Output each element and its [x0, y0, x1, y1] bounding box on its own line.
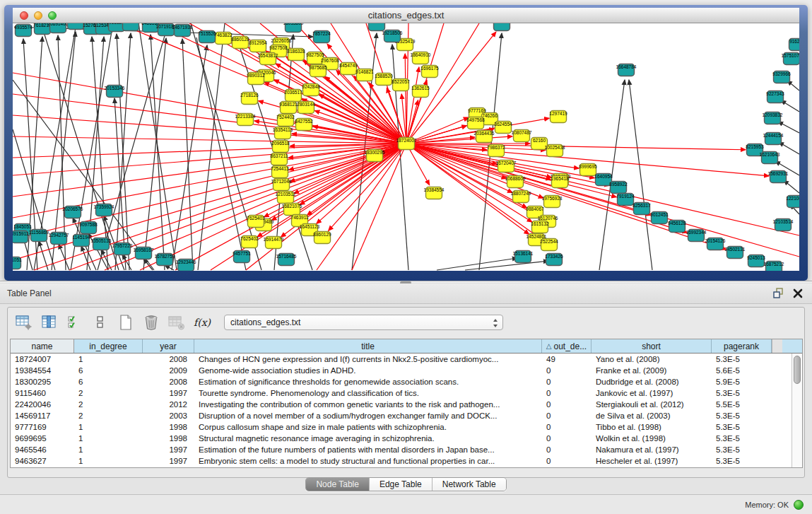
network-node[interactable]: 1221063: [786, 196, 799, 208]
network-node[interactable]: 1362615: [411, 86, 430, 98]
table-scrollbar[interactable]: [792, 354, 802, 467]
network-node[interactable]: 2096518: [271, 141, 290, 153]
network-node[interactable]: 20691406: [48, 23, 69, 33]
network-canvas[interactable]: 1830029597771697462666497568362455420364…: [13, 23, 799, 271]
table-row[interactable]: 946362711997Embryonic stem cells: a mode…: [11, 455, 792, 467]
network-node[interactable]: 1965418: [551, 176, 569, 188]
column-header-title[interactable]: title: [194, 339, 542, 353]
network-node[interactable]: 12093832: [763, 112, 783, 124]
network-node[interactable]: 1527602: [122, 23, 140, 31]
table-selector-dropdown[interactable]: citations_edges.txt: [224, 315, 503, 330]
network-node[interactable]: 12923446: [176, 259, 196, 271]
network-node[interactable]: 16712044: [271, 179, 292, 191]
network-node[interactable]: 2522544: [540, 239, 558, 251]
close-panel-icon[interactable]: [792, 288, 804, 299]
float-panel-icon[interactable]: [772, 288, 784, 299]
network-node[interactable]: 7524402: [276, 115, 295, 127]
table-row[interactable]: 977716911998Corpus callosum shape and si…: [11, 421, 792, 433]
network-node[interactable]: 3915911: [13, 231, 29, 243]
column-settings-icon[interactable]: [40, 313, 59, 332]
network-node[interactable]: 8860129: [313, 232, 331, 244]
function-builder-icon[interactable]: f(x): [193, 313, 211, 332]
network-node[interactable]: 9242848: [302, 84, 320, 96]
network-node[interactable]: 16875212: [764, 262, 784, 271]
table-row[interactable]: 946554611997Estimation of the future num…: [11, 444, 792, 455]
network-node[interactable]: 11156869: [29, 230, 49, 242]
network-node[interactable]: 18807249: [511, 191, 531, 203]
network-node[interactable]: 8912954: [249, 40, 267, 52]
network-node[interactable]: 16958167: [134, 247, 154, 259]
tab-edge-table[interactable]: Edge Table: [370, 478, 433, 491]
network-node[interactable]: 12103512: [276, 192, 296, 204]
tab-network-table[interactable]: Network Table: [433, 478, 506, 491]
table-settings-icon[interactable]: [15, 313, 33, 332]
network-node[interactable]: 1145194: [73, 235, 90, 247]
network-node[interactable]: 8637211: [271, 153, 288, 165]
network-node[interactable]: 10807487: [512, 130, 532, 142]
network-node[interactable]: 15136141: [513, 251, 534, 263]
network-node[interactable]: 9146821: [355, 69, 374, 81]
network-node[interactable]: 8186328: [287, 49, 305, 61]
network-node[interactable]: 10025438: [545, 145, 565, 157]
network-node[interactable]: 7515526: [198, 31, 216, 43]
column-header-in_degree[interactable]: in_degree: [74, 339, 143, 353]
network-node[interactable]: 7625403: [247, 216, 265, 228]
network-node[interactable]: 9329966: [772, 71, 791, 83]
row-height-icon[interactable]: [91, 313, 110, 332]
network-node[interactable]: 9012451: [650, 212, 669, 224]
network-node[interactable]: 8860128: [231, 37, 249, 49]
network-node[interactable]: 8522057: [392, 79, 410, 91]
close-window-icon[interactable]: [20, 11, 28, 20]
zoom-window-icon[interactable]: [48, 11, 57, 20]
network-node[interactable]: 14671938: [172, 25, 193, 37]
network-node[interactable]: 6497568: [466, 117, 485, 129]
network-node[interactable]: 15716485: [276, 254, 297, 266]
network-node[interactable]: 2087682: [493, 23, 511, 31]
column-header-out_degree[interactable]: △out_de...: [542, 339, 592, 353]
network-node[interactable]: 16648784: [616, 64, 637, 76]
network-node[interactable]: 2803144: [297, 102, 315, 114]
network-node[interactable]: 8958922: [609, 182, 628, 194]
network-node[interactable]: 12942757: [49, 233, 69, 245]
network-node[interactable]: 16782759: [155, 254, 175, 266]
network-node[interactable]: 1615132: [531, 221, 549, 233]
network-node[interactable]: 7857224: [312, 31, 331, 43]
network-node[interactable]: 3624554: [494, 122, 512, 134]
network-node[interactable]: 9457751: [233, 251, 251, 263]
network-node[interactable]: 2061051: [13, 257, 22, 269]
table-scrollbar-thumb[interactable]: [794, 356, 801, 384]
network-node[interactable]: 8427552: [295, 119, 313, 131]
network-node[interactable]: 12103514: [773, 219, 794, 231]
network-node[interactable]: 16992344: [686, 230, 707, 242]
network-node[interactable]: 20154126: [705, 238, 726, 250]
table-row[interactable]: 969969511998Structural magnetic resonanc…: [11, 433, 792, 444]
network-node[interactable]: 24502131: [725, 247, 746, 259]
column-header-pagerank[interactable]: pagerank: [712, 339, 772, 353]
network-node[interactable]: 20153346: [105, 86, 125, 98]
table-row[interactable]: 911546021997Tourette syndrome. Phenomeno…: [11, 387, 792, 399]
tab-node-table[interactable]: Node Table: [306, 478, 370, 491]
network-node[interactable]: 8813054: [367, 23, 386, 31]
network-node[interactable]: 9875685: [309, 65, 327, 77]
network-node[interactable]: 16210643: [760, 152, 780, 164]
network-node[interactable]: 7625402: [240, 236, 259, 248]
network-node[interactable]: 1297419: [549, 111, 567, 123]
network-node[interactable]: 9155471: [66, 23, 85, 30]
memory-status-icon[interactable]: [794, 500, 804, 510]
network-node[interactable]: 9097588: [79, 222, 98, 234]
network-node[interactable]: 9245013: [747, 255, 765, 267]
column-header-year[interactable]: year: [143, 339, 194, 353]
network-node[interactable]: 2718126: [240, 93, 259, 105]
network-node[interactable]: 12213384: [235, 114, 256, 126]
network-node[interactable]: 12444154: [763, 133, 784, 145]
delete-column-icon[interactable]: [142, 313, 160, 332]
network-node[interactable]: 16033809: [283, 23, 304, 33]
network-node[interactable]: 7254413: [271, 166, 289, 178]
network-node[interactable]: 19756928: [542, 196, 563, 208]
network-node[interactable]: 1588520: [375, 74, 393, 86]
network-node[interactable]: 16720407: [496, 160, 517, 173]
table-row[interactable]: 1830029562008Estimation of significance …: [11, 376, 792, 387]
table-row[interactable]: 1456911722003Disruption of a novel membe…: [11, 410, 792, 421]
network-node[interactable]: 17359924: [94, 204, 114, 216]
network-node[interactable]: 8454749: [339, 63, 358, 75]
